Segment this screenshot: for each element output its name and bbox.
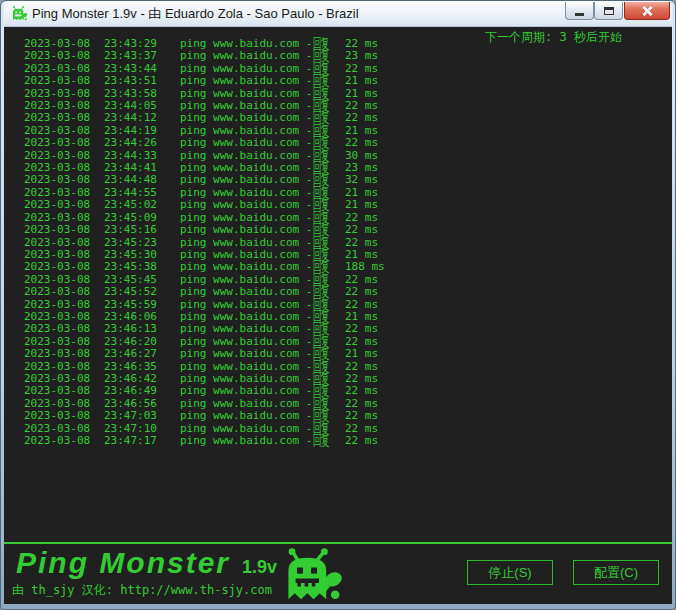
log-message: ping www.baidu.com - bbox=[180, 174, 313, 186]
log-date: 2023-03-08 bbox=[24, 261, 104, 273]
log-message: ping www.baidu.com - bbox=[180, 323, 313, 335]
log-time: 23:45:02 bbox=[104, 199, 180, 211]
log-date: 2023-03-08 bbox=[24, 410, 104, 422]
log-row: 2023-03-08 23:46:27 ping www.baidu.com -… bbox=[4, 348, 672, 360]
log-message: ping www.baidu.com - bbox=[180, 261, 313, 273]
log-latency: 22 ms bbox=[345, 112, 378, 124]
log-reply-label: 回复 bbox=[313, 433, 335, 449]
log-date: 2023-03-08 bbox=[24, 112, 104, 124]
title-bar[interactable]: Ping Monster 1.9v - 由 Eduardo Zola - Sao… bbox=[4, 1, 672, 27]
log-row: 2023-03-08 23:44:12 ping www.baidu.com -… bbox=[4, 112, 672, 124]
logo-version: 1.9v bbox=[242, 557, 277, 578]
log-message: ping www.baidu.com - bbox=[180, 199, 313, 211]
log-date: 2023-03-08 bbox=[24, 137, 104, 149]
maximize-button[interactable] bbox=[594, 2, 623, 20]
log-message: ping www.baidu.com - bbox=[180, 348, 313, 360]
log-row: 2023-03-08 23:45:38 ping www.baidu.com -… bbox=[4, 261, 672, 273]
log-latency: 32 ms bbox=[345, 174, 378, 186]
log-message: ping www.baidu.com - bbox=[180, 286, 313, 298]
log-row: 2023-03-08 23:46:49 ping www.baidu.com -… bbox=[4, 385, 672, 397]
log-time: 23:44:48 bbox=[104, 174, 180, 186]
window-title: Ping Monster 1.9v - 由 Eduardo Zola - Sao… bbox=[32, 5, 359, 23]
close-icon bbox=[641, 5, 653, 17]
log-row: 2023-03-08 23:47:17 ping www.baidu.com -… bbox=[4, 435, 672, 447]
log-time: 23:45:16 bbox=[104, 224, 180, 236]
log-row: 2023-03-08 23:44:26 ping www.baidu.com -… bbox=[4, 137, 672, 149]
log-latency: 22 ms bbox=[345, 435, 378, 447]
log-date: 2023-03-08 bbox=[24, 323, 104, 335]
monster-mascot-icon bbox=[276, 547, 344, 601]
footer-bar: Ping Monster 1.9v 由 th_sjy bbox=[4, 542, 672, 604]
log-date: 2023-03-08 bbox=[24, 435, 104, 447]
window-controls bbox=[565, 1, 670, 26]
minimize-icon bbox=[575, 13, 584, 16]
log-message: ping www.baidu.com - bbox=[180, 112, 313, 124]
log-date: 2023-03-08 bbox=[24, 348, 104, 360]
log-message: ping www.baidu.com - bbox=[180, 137, 313, 149]
log-message: ping www.baidu.com - bbox=[180, 50, 313, 62]
maximize-icon bbox=[604, 7, 614, 15]
log-latency: 22 ms bbox=[345, 410, 378, 422]
log-latency: 188 ms bbox=[345, 261, 385, 273]
log-latency: 23 ms bbox=[345, 50, 378, 62]
log-date: 2023-03-08 bbox=[24, 174, 104, 186]
log-row: 2023-03-08 23:43:37 ping www.baidu.com -… bbox=[4, 50, 672, 62]
log-latency: 22 ms bbox=[345, 286, 378, 298]
stop-button[interactable]: 停止(S) bbox=[467, 560, 553, 585]
ping-monster-window: Ping Monster 1.9v - 由 Eduardo Zola - Sao… bbox=[0, 0, 676, 610]
log-date: 2023-03-08 bbox=[24, 50, 104, 62]
log-latency: 22 ms bbox=[345, 224, 378, 236]
log-time: 23:44:26 bbox=[104, 137, 180, 149]
log-time: 23:43:37 bbox=[104, 50, 180, 62]
log-row: 2023-03-08 23:46:13 ping www.baidu.com -… bbox=[4, 323, 672, 335]
log-message: ping www.baidu.com - bbox=[180, 75, 313, 87]
log-row: 2023-03-08 23:45:52 ping www.baidu.com -… bbox=[4, 286, 672, 298]
log-time: 23:44:12 bbox=[104, 112, 180, 124]
log-time: 23:47:03 bbox=[104, 410, 180, 422]
log-latency: 21 ms bbox=[345, 75, 378, 87]
log-time: 23:46:27 bbox=[104, 348, 180, 360]
log-time: 23:47:17 bbox=[104, 435, 180, 447]
app-logo: Ping Monster 1.9v bbox=[16, 546, 277, 580]
log-time: 23:46:13 bbox=[104, 323, 180, 335]
log-latency: 22 ms bbox=[345, 385, 378, 397]
log-row: 2023-03-08 23:44:48 ping www.baidu.com -… bbox=[4, 174, 672, 186]
log-message: ping www.baidu.com - bbox=[180, 435, 313, 447]
log-message: ping www.baidu.com - bbox=[180, 385, 313, 397]
log-message: ping www.baidu.com - bbox=[180, 410, 313, 422]
log-latency: 21 ms bbox=[345, 199, 378, 211]
log-date: 2023-03-08 bbox=[24, 199, 104, 211]
log-time: 23:45:52 bbox=[104, 286, 180, 298]
log-row: 2023-03-08 23:47:03 ping www.baidu.com -… bbox=[4, 410, 672, 422]
minimize-button[interactable] bbox=[565, 2, 594, 20]
log-time: 23:43:51 bbox=[104, 75, 180, 87]
log-message: ping www.baidu.com - bbox=[180, 224, 313, 236]
client-area: 下一个周期: 3 秒后开始 2023-03-08 23:43:29 ping w… bbox=[4, 27, 672, 604]
translation-credit: 由 th_sjy 汉化: http://www.th-sjy.com bbox=[12, 582, 272, 599]
log-date: 2023-03-08 bbox=[24, 385, 104, 397]
log-date: 2023-03-08 bbox=[24, 286, 104, 298]
config-button[interactable]: 配置(C) bbox=[573, 560, 659, 585]
log-row: 2023-03-08 23:45:16 ping www.baidu.com -… bbox=[4, 224, 672, 236]
log-latency: 22 ms bbox=[345, 137, 378, 149]
log-date: 2023-03-08 bbox=[24, 75, 104, 87]
log-latency: 21 ms bbox=[345, 348, 378, 360]
logo-text: Ping Monster bbox=[16, 546, 230, 580]
monster-icon bbox=[10, 5, 27, 22]
log-latency: 22 ms bbox=[345, 323, 378, 335]
ping-log: 2023-03-08 23:43:29 ping www.baidu.com -… bbox=[4, 38, 672, 447]
log-row: 2023-03-08 23:45:02 ping www.baidu.com -… bbox=[4, 199, 672, 211]
log-date: 2023-03-08 bbox=[24, 224, 104, 236]
close-button[interactable] bbox=[624, 2, 670, 20]
log-time: 23:46:49 bbox=[104, 385, 180, 397]
log-row: 2023-03-08 23:43:51 ping www.baidu.com -… bbox=[4, 75, 672, 87]
log-time: 23:45:38 bbox=[104, 261, 180, 273]
